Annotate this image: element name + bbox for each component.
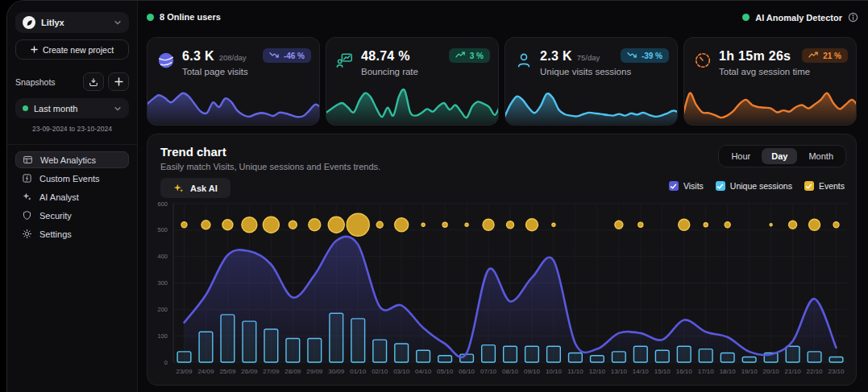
legend-label: Visits <box>683 181 704 191</box>
svg-text:24/09: 24/09 <box>197 368 214 375</box>
snapshots-label: Snapshots <box>15 77 79 87</box>
anomaly-detector-label: AI Anomaly Detector <box>755 13 842 23</box>
svg-text:01/10: 01/10 <box>350 368 367 375</box>
sidebar-item-security[interactable]: Security <box>15 207 129 224</box>
stat-label: Total page visits <box>182 67 248 76</box>
svg-text:13/10: 13/10 <box>611 368 628 375</box>
tab-day[interactable]: Day <box>762 148 797 164</box>
svg-text:28/09: 28/09 <box>284 368 301 375</box>
timer-icon <box>694 52 712 69</box>
add-snapshot-button[interactable] <box>108 72 129 91</box>
sidebar-divider <box>7 144 137 145</box>
svg-text:22/10: 22/10 <box>807 368 824 375</box>
stat-badge-value: 3 % <box>470 52 484 60</box>
sidebar-item-web-analytics[interactable]: Web Analytics <box>15 151 129 168</box>
unique-sessions-checkbox[interactable] <box>716 181 725 191</box>
trend-down-icon <box>627 51 638 60</box>
main-content: 8 Online users AI Anomaly Detector 6.3 K… <box>139 1 868 392</box>
svg-text:19/10: 19/10 <box>741 368 758 375</box>
svg-text:29/09: 29/09 <box>306 368 323 375</box>
stat-card-total-page-visits: 6.3 K 208/day Total page visits -46 % <box>147 37 320 126</box>
snapshot-selected-label: Last month <box>34 104 108 113</box>
stat-card-unique-sessions: 2.3 K 75/day Unique visits sessions -39 … <box>505 37 678 126</box>
sidebar-item-label: Custom Events <box>39 174 100 184</box>
gear-icon <box>22 229 32 239</box>
stat-value: 1h 15m 26s <box>719 49 791 64</box>
user-icon <box>515 52 533 69</box>
svg-text:08/10: 08/10 <box>502 368 519 375</box>
stat-label: Unique visits sessions <box>540 67 631 76</box>
trend-chart-subtitle: Easily match Visits, Unique sessions and… <box>160 162 380 171</box>
svg-text:12/10: 12/10 <box>589 368 606 375</box>
trend-chart-card: Trend chart Easily match Visits, Unique … <box>147 134 857 386</box>
bounce-rate-icon <box>336 52 354 69</box>
ask-ai-label: Ask AI <box>190 184 218 193</box>
legend-item-unique-sessions[interactable]: Unique sessions <box>716 181 792 191</box>
tab-month[interactable]: Month <box>799 148 843 164</box>
svg-text:200: 200 <box>157 306 168 313</box>
stat-trend-badge: 21 % <box>802 48 848 63</box>
svg-text:04/10: 04/10 <box>415 368 432 375</box>
svg-text:11/10: 11/10 <box>567 368 584 375</box>
events-checkbox[interactable] <box>804 181 814 191</box>
stat-per-day: 208/day <box>219 53 247 62</box>
online-status-dot <box>147 14 154 21</box>
export-snapshot-button[interactable] <box>83 72 104 91</box>
svg-text:16/10: 16/10 <box>676 368 693 375</box>
stat-value: 48.74 % <box>361 49 410 64</box>
litlyx-logo-icon <box>23 16 35 29</box>
interval-tabs: Hour Day Month <box>718 145 846 167</box>
visits-checkbox[interactable] <box>669 181 679 191</box>
sidebar-item-label: Security <box>39 211 72 221</box>
svg-text:05/10: 05/10 <box>437 368 454 375</box>
sidebar-item-label: Web Analytics <box>40 155 96 165</box>
svg-text:21/10: 21/10 <box>785 368 802 375</box>
stat-card-avg-session-time: 1h 15m 26s Total avg session time 21 % <box>683 37 857 126</box>
svg-text:400: 400 <box>157 253 168 260</box>
legend-item-events[interactable]: Events <box>804 181 845 191</box>
stat-cards-row: 6.3 K 208/day Total page visits -46 % 48… <box>147 37 857 126</box>
app-window: Litlyx Create new project Snapshots Last… <box>6 0 868 392</box>
svg-text:500: 500 <box>157 226 168 233</box>
anomaly-detector-status: AI Anomaly Detector <box>742 12 858 23</box>
chevron-down-icon <box>114 105 122 113</box>
tab-hour[interactable]: Hour <box>721 148 760 164</box>
stat-value: 2.3 K <box>540 49 572 64</box>
create-project-button[interactable]: Create new project <box>15 39 129 60</box>
svg-text:06/10: 06/10 <box>459 368 476 375</box>
legend-item-visits[interactable]: Visits <box>669 181 704 191</box>
stat-badge-value: -46 % <box>284 52 305 60</box>
stat-card-bouncing-rate: 48.74 % Bouncing rate 3 % <box>326 37 499 126</box>
svg-text:23/09: 23/09 <box>176 368 193 375</box>
svg-text:27/09: 27/09 <box>263 368 280 375</box>
legend-label: Events <box>819 181 845 191</box>
globe-icon <box>157 52 175 69</box>
svg-text:14/10: 14/10 <box>633 368 650 375</box>
svg-text:10/10: 10/10 <box>546 368 563 375</box>
info-icon[interactable] <box>848 12 858 23</box>
svg-text:15/10: 15/10 <box>654 368 671 375</box>
project-selector[interactable]: Litlyx <box>15 12 129 33</box>
browser-window-icon <box>23 155 33 165</box>
snapshot-period-select[interactable]: Last month <box>15 98 129 118</box>
trend-chart-title: Trend chart <box>160 145 226 159</box>
sparkles-icon <box>22 192 32 202</box>
sidebar-item-settings[interactable]: Settings <box>15 225 129 242</box>
online-users-status: 8 Online users <box>147 12 221 22</box>
trend-down-icon <box>269 51 280 60</box>
snapshot-date-range: 23-09-2024 to 23-10-2024 <box>15 125 129 133</box>
svg-text:30/09: 30/09 <box>328 368 345 375</box>
trend-chart-canvas: 010020030040050060023/0924/0925/0926/092… <box>151 196 854 382</box>
svg-text:300: 300 <box>157 279 168 287</box>
sidebar-item-ai-analyst[interactable]: AI Analyst <box>15 188 129 205</box>
online-users-label: 8 Online users <box>160 12 221 22</box>
chevron-down-icon <box>114 19 122 27</box>
plus-icon <box>114 77 123 86</box>
stat-sparkline <box>505 84 678 126</box>
stat-trend-badge: 3 % <box>449 48 490 63</box>
sidebar-item-custom-events[interactable]: Custom Events <box>15 170 129 187</box>
svg-text:0: 0 <box>164 359 168 366</box>
create-project-label: Create new project <box>43 45 114 55</box>
stat-trend-badge: -39 % <box>621 48 669 63</box>
project-name: Litlyx <box>41 18 108 27</box>
